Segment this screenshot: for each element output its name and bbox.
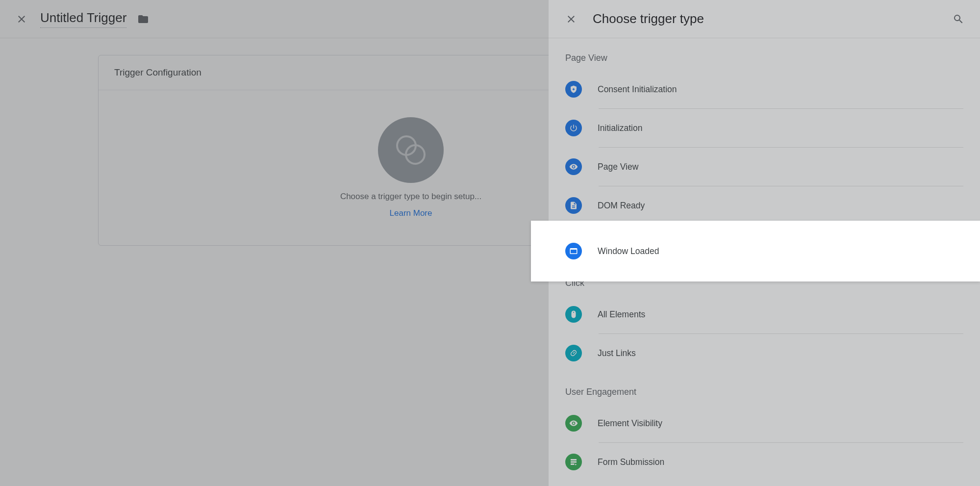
group-label-user-engagement: User Engagement — [565, 372, 963, 404]
close-icon — [565, 13, 577, 25]
eye-icon — [565, 158, 582, 175]
trigger-type-page-view[interactable]: Page View — [565, 148, 963, 186]
highlighted-row-host: Window Loaded — [549, 221, 980, 281]
link-icon — [565, 345, 582, 361]
search-icon — [953, 13, 964, 25]
eye-icon — [565, 415, 582, 432]
form-icon — [565, 454, 582, 470]
trigger-type-label: Consent Initialization — [598, 84, 677, 95]
choose-trigger-type-drawer: Choose trigger type Page ViewConsent Ini… — [549, 0, 980, 486]
trigger-type-label: Page View — [598, 162, 638, 172]
trigger-type-consent-init[interactable]: Consent Initialization — [565, 70, 963, 108]
trigger-type-label: Element Visibility — [598, 418, 662, 429]
trigger-type-dom-ready[interactable]: DOM Ready — [565, 186, 963, 225]
group-label-page-view: Page View — [565, 38, 963, 70]
trigger-type-label: Just Links — [598, 348, 636, 358]
trigger-type-window-loaded[interactable]: Window Loaded — [565, 232, 659, 270]
trigger-type-just-links[interactable]: Just Links — [565, 334, 963, 372]
shield-plus-icon — [565, 81, 582, 98]
trigger-type-all-elements[interactable]: All Elements — [565, 295, 963, 333]
power-icon — [565, 120, 582, 136]
trigger-type-init[interactable]: Initialization — [565, 109, 963, 147]
drawer-topbar: Choose trigger type — [549, 0, 980, 38]
trigger-type-element-visibility[interactable]: Element Visibility — [565, 404, 963, 442]
close-drawer-button[interactable] — [559, 7, 583, 31]
trigger-type-label: Form Submission — [598, 457, 664, 467]
window-icon — [565, 243, 582, 259]
search-button[interactable] — [948, 8, 969, 30]
trigger-type-label: All Elements — [598, 309, 645, 320]
file-icon — [565, 197, 582, 214]
trigger-type-form-submission[interactable]: Form Submission — [565, 443, 963, 481]
trigger-type-label: Initialization — [598, 123, 642, 133]
mouse-icon — [565, 306, 582, 323]
trigger-type-label: DOM Ready — [598, 201, 645, 211]
drawer-title: Choose trigger type — [593, 11, 704, 26]
trigger-type-label: Window Loaded — [598, 246, 659, 256]
